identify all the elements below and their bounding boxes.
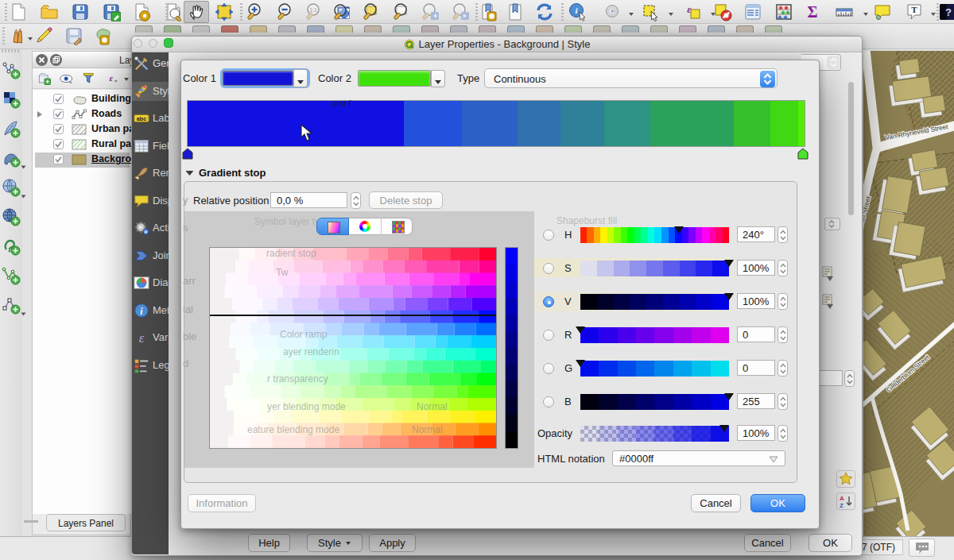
type-combobox[interactable]: Continuous	[484, 68, 778, 88]
spinbox-r[interactable]: 0	[737, 326, 775, 342]
spinbox-r-stepper[interactable]	[778, 326, 788, 343]
sidebar-item-joins[interactable]: Joins	[153, 249, 169, 262]
layer-checkbox-urban[interactable]	[53, 124, 64, 134]
field-calculator-button[interactable]	[774, 2, 793, 21]
tab-color-wheel[interactable]	[349, 218, 381, 235]
color-shade-box[interactable]	[209, 247, 497, 449]
sidebar-item-metadata[interactable]: Metadata	[153, 304, 169, 317]
slider-ramp-v[interactable]	[580, 294, 729, 310]
open-attribute-table-button[interactable]	[743, 2, 762, 21]
toolbar-dropdown-arrow[interactable]	[668, 11, 674, 17]
sidebar-item-fields[interactable]: Fields	[153, 140, 169, 153]
spinbox-b[interactable]: 255	[737, 393, 775, 409]
zoom-last-button[interactable]	[421, 2, 440, 21]
save-project-as-button[interactable]	[102, 2, 121, 21]
gradient-stop-marker-right[interactable]	[797, 148, 809, 160]
zoom-next-button[interactable]	[452, 2, 471, 21]
layer-checkbox-rural[interactable]	[53, 139, 64, 149]
tab-color-swatches[interactable]	[381, 218, 413, 235]
spinbox-opacity-stepper[interactable]	[778, 425, 788, 442]
information-button[interactable]: Information	[188, 494, 256, 512]
toolbar-dropdown-arrow[interactable]	[628, 11, 634, 17]
dialog-scrollbar[interactable]	[848, 82, 854, 215]
color1-dropdown[interactable]	[293, 69, 308, 87]
layer-checkbox-roads[interactable]	[53, 109, 64, 119]
measure-line-button[interactable]	[835, 2, 854, 21]
radio-v[interactable]	[543, 296, 554, 307]
style-menu-button[interactable]: Style	[307, 534, 363, 552]
sidebar-item-variables[interactable]: Variables	[153, 331, 169, 344]
zoom-in-button[interactable]	[246, 2, 266, 21]
html-notation-field[interactable]: #0000ff	[612, 450, 785, 466]
sidebar-item-display[interactable]: Display	[153, 195, 169, 207]
help-button[interactable]: Help	[248, 534, 290, 552]
add-wms-layer-button[interactable]	[2, 178, 21, 197]
color2-button[interactable]	[358, 70, 431, 87]
slider-ramp-r[interactable]	[580, 327, 729, 343]
new-shapefile-layer-button[interactable]	[2, 266, 21, 285]
gradient-preview-bar[interactable]	[187, 100, 805, 147]
data-defined-button[interactable]	[822, 265, 835, 283]
expression-filter-button[interactable]: ε	[106, 71, 122, 87]
identify-features-button[interactable]: i	[568, 2, 588, 21]
spinbox-remnant-stepper[interactable]	[844, 370, 855, 387]
favorites-button[interactable]	[836, 470, 855, 488]
save-project-button[interactable]	[71, 2, 90, 21]
new-geometry-layer-button[interactable]	[2, 295, 21, 315]
sidebar-item-style[interactable]: Style	[153, 85, 169, 98]
combobox-remnant-stepper[interactable]	[827, 56, 840, 69]
new-project-button[interactable]	[9, 2, 28, 21]
toolbar-dropdown-arrow[interactable]	[21, 311, 26, 317]
select-by-expression-button[interactable]: ε	[684, 2, 703, 21]
zoom-actual-button[interactable]: 1:1	[305, 2, 324, 21]
gradient-stop-marker-left[interactable]	[182, 148, 193, 160]
status-messages-button[interactable]	[909, 539, 935, 557]
layer-checkbox-background[interactable]	[53, 154, 64, 164]
spinbox-h[interactable]: 240°	[737, 226, 775, 242]
add-spatialite-layer-button[interactable]	[2, 119, 21, 138]
toolbar-dropdown-arrow[interactable]	[21, 164, 26, 170]
slider-ramp-g[interactable]	[580, 361, 729, 377]
gradient-stop-collapse-arrow[interactable]	[185, 169, 194, 177]
legend-toolbar-dropdown[interactable]	[123, 76, 130, 83]
zoom-to-selection-button[interactable]	[393, 2, 412, 21]
sidebar-item-general[interactable]: General	[153, 57, 169, 70]
toolbar-dropdown-arrow[interactable]	[710, 11, 716, 17]
layer-label-background[interactable]: Background	[91, 153, 131, 166]
spinbox-s[interactable]: 100%	[737, 260, 775, 276]
refresh-map-button[interactable]	[535, 2, 554, 21]
help-contents-button[interactable]: ?	[938, 2, 954, 21]
show-bookmarks-button[interactable]	[506, 2, 525, 21]
data-defined-button[interactable]	[822, 293, 835, 311]
new-bookmark-button[interactable]	[479, 2, 498, 21]
radio-g[interactable]	[543, 363, 554, 374]
relative-position-stepper[interactable]	[351, 192, 361, 209]
slider-ramp-opacity[interactable]	[580, 426, 729, 442]
color2-dropdown[interactable]	[431, 70, 445, 87]
layer-checkbox-buildings[interactable]	[53, 94, 64, 104]
layer-label-rural[interactable]: Rural pa	[91, 138, 131, 151]
relative-position-field[interactable]: 0,0 %	[270, 192, 347, 208]
sidebar-item-rendering[interactable]: Rendering	[153, 167, 169, 180]
sidebar-item-diagrams[interactable]: Diagrams	[153, 276, 169, 289]
select-features-button[interactable]	[641, 2, 660, 21]
panel-float-button[interactable]	[50, 54, 62, 66]
spinbox-remnant[interactable]	[819, 370, 843, 386]
radio-s[interactable]	[543, 263, 554, 274]
open-project-button[interactable]	[40, 2, 59, 21]
sidebar-item-legend[interactable]: Legend	[153, 359, 169, 372]
layer-label-roads[interactable]: Roads	[91, 108, 131, 121]
gradient-cancel-button[interactable]: Cancel	[691, 494, 741, 512]
delete-stop-button[interactable]: Delete stop	[369, 191, 443, 209]
toolbar-dropdown-arrow[interactable]	[863, 11, 869, 17]
add-raster-layer-button[interactable]	[2, 90, 21, 109]
pan-map-button[interactable]	[187, 2, 206, 21]
spinbox-h-stepper[interactable]	[778, 226, 788, 243]
zoom-full-extent-button[interactable]	[333, 2, 352, 21]
radio-h[interactable]	[543, 230, 554, 241]
layers-panel-tab[interactable]: Layers Panel	[46, 514, 126, 531]
radio-r[interactable]	[543, 330, 554, 341]
spinbox-opacity[interactable]: 100%	[737, 425, 775, 441]
zoom-out-button[interactable]	[277, 2, 296, 21]
toggle-editing-button[interactable]	[34, 26, 53, 45]
